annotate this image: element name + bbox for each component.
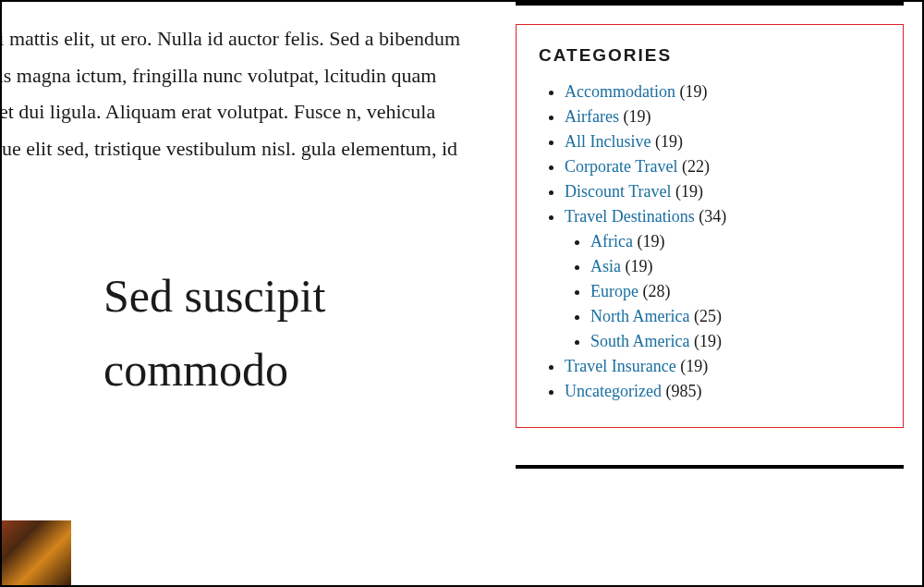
sidebar: CATEGORIES Accommodation (19) Airfares (… (516, 2, 904, 487)
widget-title: CATEGORIES (539, 45, 881, 66)
category-count: (19) (694, 332, 722, 350)
category-link-discount-travel[interactable]: Discount Travel (565, 182, 672, 201)
category-link-airfares[interactable]: Airfares (565, 107, 619, 126)
list-item: All Inclusive (19) (565, 132, 881, 152)
category-link-accommodation[interactable]: Accommodation (565, 82, 675, 101)
list-item: Accommodation (19) (565, 82, 881, 102)
article-heading: Sed suscipit commodo (103, 259, 464, 407)
category-count: (25) (694, 307, 722, 325)
category-count: (19) (679, 82, 707, 101)
category-link-north-america[interactable]: North America (590, 307, 689, 325)
divider-bottom (516, 465, 904, 469)
category-count: (985) (665, 382, 701, 400)
category-link-uncategorized[interactable]: Uncategorized (565, 382, 662, 400)
list-item: Uncategorized (985) (565, 382, 881, 401)
category-link-south-america[interactable]: South America (590, 332, 689, 350)
category-count: (19) (675, 182, 703, 201)
category-count: (28) (642, 282, 670, 300)
category-link-asia[interactable]: Asia (590, 257, 621, 275)
list-item: Travel Destinations (34) Africa (19) Asi… (565, 207, 881, 351)
featured-thumbnail (2, 520, 71, 585)
category-count: (19) (637, 232, 664, 251)
list-item: Travel Insurance (19) (565, 357, 881, 376)
category-link-corporate-travel[interactable]: Corporate Travel (565, 157, 677, 176)
category-count: (19) (655, 132, 683, 151)
list-item: Asia (19) (590, 257, 881, 276)
list-item: South America (19) (590, 332, 881, 351)
category-count: (34) (699, 207, 726, 226)
category-link-europe[interactable]: Europe (590, 282, 638, 300)
category-link-travel-destinations[interactable]: Travel Destinations (565, 207, 695, 226)
category-count: (19) (680, 357, 708, 375)
list-item: Corporate Travel (22) (565, 157, 881, 177)
category-list: Accommodation (19) Airfares (19) All Inc… (539, 82, 881, 401)
article-body: orper maximus, velit orci mattis elit, u… (0, 20, 464, 437)
divider-top (516, 2, 904, 6)
category-count: (19) (623, 107, 650, 126)
list-item: North America (25) (590, 307, 881, 326)
category-link-africa[interactable]: Africa (590, 232, 633, 251)
categories-widget: CATEGORIES Accommodation (19) Airfares (… (516, 24, 904, 428)
category-sublist: Africa (19) Asia (19) Europe (28) North … (565, 232, 881, 351)
category-count: (22) (682, 157, 710, 176)
category-link-all-inclusive[interactable]: All Inclusive (565, 132, 650, 151)
category-link-travel-insurance[interactable]: Travel Insurance (565, 357, 676, 375)
list-item: Airfares (19) (565, 107, 881, 127)
list-item: Europe (28) (590, 282, 881, 301)
article-paragraph: orper maximus, velit orci mattis elit, u… (0, 20, 464, 203)
list-item: Africa (19) (590, 232, 881, 251)
category-count: (19) (626, 257, 653, 275)
list-item: Discount Travel (19) (565, 182, 881, 202)
